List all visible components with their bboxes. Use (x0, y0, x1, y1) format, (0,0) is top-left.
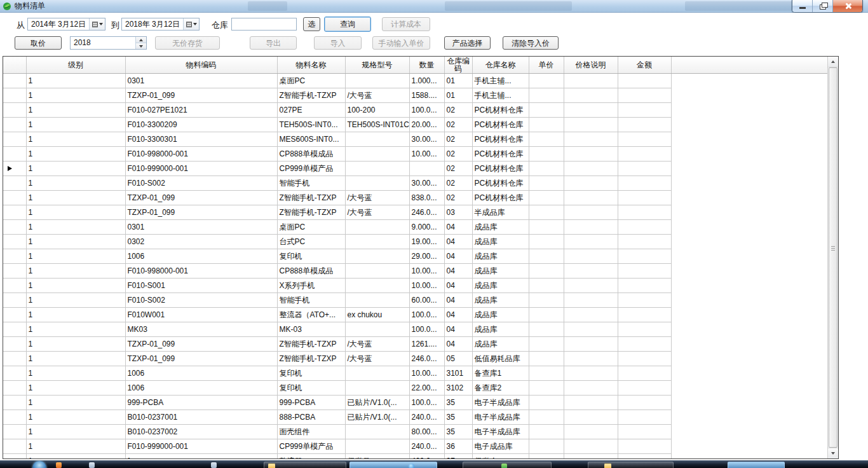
cell-level[interactable]: 1 (26, 162, 125, 176)
cell-name[interactable]: CP999单模产品 (277, 439, 345, 454)
cell-spec[interactable] (345, 322, 409, 337)
close-button[interactable] (833, 0, 862, 12)
explorer-task-button[interactable] (463, 462, 552, 468)
scroll-up-button[interactable] (828, 57, 838, 67)
cell-qty[interactable]: 1588.... (409, 88, 444, 103)
cell-amount[interactable] (618, 176, 671, 191)
cell-level[interactable]: 1 (26, 454, 125, 460)
query-button[interactable]: 查询 (324, 17, 371, 32)
cell-price[interactable] (529, 279, 564, 293)
row-header-cell[interactable] (3, 264, 26, 279)
cell-amount[interactable] (618, 147, 671, 162)
cell-qty[interactable]: 10.00... (409, 279, 444, 293)
table-row[interactable]: 1TZXP-01_099Z智能手机-TZXP/大号蓝246.0...05低值易耗… (3, 352, 827, 366)
cell-level[interactable]: 1 (26, 118, 125, 132)
cell-code[interactable]: F010-S001 (125, 279, 277, 293)
cell-level[interactable]: 1 (26, 132, 125, 147)
cell-spec[interactable] (345, 74, 409, 88)
cell-amount[interactable] (618, 279, 671, 293)
cell-code[interactable]: 999-PCBA (125, 396, 277, 410)
cell-spec[interactable] (345, 132, 409, 147)
from-date-value[interactable]: 2014年 3月12日 (28, 19, 89, 30)
cell-code[interactable]: 0302 (125, 235, 277, 249)
cell-price[interactable] (529, 88, 564, 103)
cell-price[interactable] (529, 162, 564, 176)
cell-wh_code[interactable]: 04 (444, 279, 472, 293)
cell-name[interactable]: 台式PC (277, 235, 345, 249)
cell-wh_code[interactable]: 04 (444, 264, 472, 279)
row-header-cell[interactable] (3, 279, 26, 293)
cell-price[interactable] (529, 322, 564, 337)
minimize-button[interactable] (792, 0, 813, 12)
table-row[interactable]: 1TZXP-01_099Z智能手机-TZXP/大号蓝838.0...02PC机材… (3, 191, 827, 205)
cell-level[interactable]: 1 (26, 103, 125, 118)
cell-wh_name[interactable]: 成品库 (472, 279, 529, 293)
warehouse-input[interactable] (231, 18, 297, 31)
cell-price[interactable] (529, 308, 564, 322)
cell-spec[interactable] (345, 176, 409, 191)
column-header-7[interactable]: 单价 (529, 57, 564, 74)
cell-name[interactable]: 027PE (277, 103, 345, 118)
row-header-cell[interactable] (3, 88, 26, 103)
table-row[interactable]: 1F010-S002智能手机60.00...04成品库 (3, 293, 827, 308)
scrollbar-thumb[interactable] (829, 67, 837, 448)
cell-code[interactable]: TZXP-01_099 (125, 352, 277, 366)
cell-qty[interactable]: 19.00... (409, 235, 444, 249)
row-header-cell[interactable] (3, 74, 26, 88)
cell-spec[interactable]: 已贴片/V1.0(... (345, 410, 409, 425)
price-year-spinner[interactable]: 2018 (70, 36, 147, 50)
cell-name[interactable]: 999-PCBA (277, 396, 345, 410)
cell-wh_name[interactable]: 手机主辅... (472, 88, 529, 103)
cell-qty[interactable]: 29.00... (409, 249, 444, 264)
cell-wh_code[interactable]: 04 (444, 322, 472, 337)
column-header-3[interactable]: 规格型号 (345, 57, 409, 74)
row-header-cell[interactable] (3, 220, 26, 235)
column-header-6[interactable]: 仓库名称 (472, 57, 529, 74)
cell-name[interactable]: CP999单模产品 (277, 162, 345, 176)
cell-code[interactable]: F010-3300301 (125, 132, 277, 147)
spin-down-button[interactable] (136, 43, 146, 49)
cell-price[interactable] (529, 264, 564, 279)
cell-price[interactable] (529, 118, 564, 132)
cell-wh_code[interactable]: 04 (444, 308, 472, 322)
cell-wh_name[interactable]: 成品库 (472, 293, 529, 308)
spin-up-button[interactable] (136, 37, 146, 43)
cell-level[interactable]: 1 (26, 366, 125, 381)
explorer-task-button[interactable] (264, 462, 346, 468)
cell-qty[interactable]: 100.0... (409, 103, 444, 118)
cell-price_note[interactable] (564, 381, 618, 396)
clear-import-price-button[interactable]: 清除导入价 (503, 36, 559, 50)
cell-qty[interactable]: 10.00... (409, 264, 444, 279)
cell-qty[interactable]: 20.00... (409, 118, 444, 132)
active-app-button[interactable] (728, 462, 785, 468)
export-button[interactable]: 导出 (250, 36, 297, 50)
cell-spec[interactable] (345, 235, 409, 249)
table-row[interactable]: 1TZXP-01_099Z智能手机-TZXP/大号蓝246.0...03半成品库 (3, 205, 827, 220)
cell-qty[interactable]: 838.0... (409, 191, 444, 205)
row-header-cell[interactable] (3, 249, 26, 264)
cell-spec[interactable]: /大号蓝 (345, 337, 409, 352)
cell-amount[interactable] (618, 103, 671, 118)
cell-amount[interactable] (618, 162, 671, 176)
cell-spec[interactable] (345, 147, 409, 162)
cell-amount[interactable] (618, 249, 671, 264)
cell-wh_name[interactable]: 成品库 (472, 264, 529, 279)
cell-level[interactable]: 1 (26, 439, 125, 454)
table-row[interactable]: 1F010-998000-001CP888单模成品10.00...02PC机材料… (3, 147, 827, 162)
cell-name[interactable]: 复印机 (277, 381, 345, 396)
cell-wh_name[interactable]: 成品库 (472, 249, 529, 264)
cell-amount[interactable] (618, 88, 671, 103)
cell-code[interactable]: fwsnqv (125, 454, 277, 460)
cell-name[interactable]: 整流器（ATO+... (277, 308, 345, 322)
row-header-cell[interactable] (3, 162, 26, 176)
cell-code[interactable]: F010-998000-001 (125, 264, 277, 279)
cell-wh_code[interactable]: 35 (444, 410, 472, 425)
cell-amount[interactable] (618, 132, 671, 147)
table-row[interactable]: 10301桌面PC1.000...01手机主辅... (3, 74, 827, 88)
scroll-down-button[interactable] (828, 448, 838, 458)
column-header-8[interactable]: 价格说明 (564, 57, 618, 74)
cell-qty[interactable]: 60.00... (409, 293, 444, 308)
table-row[interactable]: 1TZXP-01_099Z智能手机-TZXP/大号蓝1588....01手机主辅… (3, 88, 827, 103)
cell-price[interactable] (529, 191, 564, 205)
cell-qty[interactable]: 400.0 (409, 454, 444, 460)
